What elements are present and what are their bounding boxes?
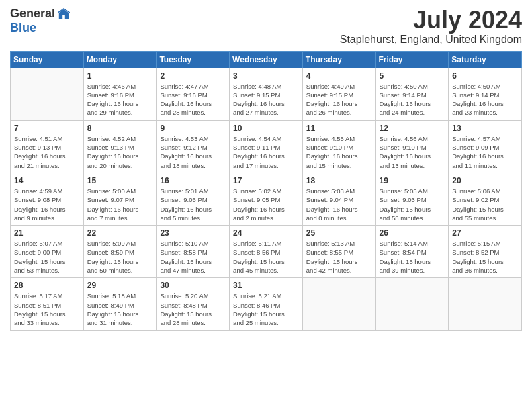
- logo: General Blue: [10, 7, 70, 35]
- day-info: Sunrise: 4:47 AM Sunset: 9:16 PM Dayligh…: [160, 82, 226, 118]
- page: General Blue July 2024 Staplehurst, Engl…: [0, 0, 532, 411]
- calendar-cell: 11Sunrise: 4:55 AM Sunset: 9:10 PM Dayli…: [302, 120, 375, 173]
- location-title: Staplehurst, England, United Kingdom: [340, 34, 522, 46]
- day-number: 17: [233, 176, 299, 185]
- calendar-cell: 20Sunrise: 5:06 AM Sunset: 9:02 PM Dayli…: [449, 173, 522, 225]
- day-number: 23: [160, 228, 226, 238]
- day-number: 14: [14, 176, 80, 185]
- day-number: 7: [14, 124, 80, 133]
- day-info: Sunrise: 4:55 AM Sunset: 9:10 PM Dayligh…: [306, 134, 372, 170]
- logo-icon: [58, 8, 70, 20]
- day-number: 29: [87, 281, 153, 290]
- day-number: 4: [306, 71, 372, 81]
- day-info: Sunrise: 5:17 AM Sunset: 8:51 PM Dayligh…: [14, 291, 80, 327]
- day-number: 28: [14, 281, 80, 290]
- weekday-header-monday: Monday: [83, 51, 157, 68]
- weekday-header-row: SundayMondayTuesdayWednesdayThursdayFrid…: [11, 51, 522, 68]
- day-number: 5: [380, 71, 445, 81]
- calendar-cell: 17Sunrise: 5:02 AM Sunset: 9:05 PM Dayli…: [230, 173, 303, 225]
- day-number: 13: [452, 124, 518, 133]
- day-number: 8: [87, 124, 153, 133]
- day-number: 18: [306, 176, 372, 185]
- day-info: Sunrise: 4:57 AM Sunset: 9:09 PM Dayligh…: [452, 134, 518, 170]
- month-title: July 2024: [340, 7, 522, 34]
- calendar-cell: 31Sunrise: 5:21 AM Sunset: 8:46 PM Dayli…: [230, 278, 303, 330]
- day-info: Sunrise: 4:48 AM Sunset: 9:15 PM Dayligh…: [233, 82, 299, 118]
- calendar-cell: 14Sunrise: 4:59 AM Sunset: 9:08 PM Dayli…: [11, 173, 84, 225]
- day-number: 2: [160, 71, 226, 81]
- calendar-cell: 8Sunrise: 4:52 AM Sunset: 9:13 PM Daylig…: [83, 120, 157, 173]
- day-info: Sunrise: 5:10 AM Sunset: 8:58 PM Dayligh…: [160, 239, 226, 275]
- calendar-cell: 7Sunrise: 4:51 AM Sunset: 9:13 PM Daylig…: [11, 120, 84, 173]
- calendar-cell: 26Sunrise: 5:14 AM Sunset: 8:54 PM Dayli…: [375, 226, 449, 278]
- calendar-cell: 23Sunrise: 5:10 AM Sunset: 8:58 PM Dayli…: [157, 226, 230, 278]
- header: General Blue July 2024 Staplehurst, Engl…: [10, 7, 522, 46]
- day-info: Sunrise: 4:51 AM Sunset: 9:13 PM Dayligh…: [14, 134, 80, 170]
- calendar-cell: [449, 278, 522, 330]
- day-info: Sunrise: 5:18 AM Sunset: 8:49 PM Dayligh…: [87, 291, 153, 327]
- day-info: Sunrise: 4:59 AM Sunset: 9:08 PM Dayligh…: [14, 187, 80, 222]
- day-info: Sunrise: 5:01 AM Sunset: 9:06 PM Dayligh…: [160, 187, 226, 222]
- title-block: July 2024 Staplehurst, England, United K…: [340, 7, 522, 46]
- calendar-cell: 29Sunrise: 5:18 AM Sunset: 8:49 PM Dayli…: [83, 278, 157, 330]
- weekday-header-friday: Friday: [375, 51, 449, 68]
- calendar-cell: 4Sunrise: 4:49 AM Sunset: 9:15 PM Daylig…: [302, 68, 375, 120]
- calendar-cell: 6Sunrise: 4:50 AM Sunset: 9:14 PM Daylig…: [449, 68, 522, 120]
- day-number: 27: [452, 228, 518, 238]
- day-number: 21: [14, 228, 80, 238]
- calendar-cell: 24Sunrise: 5:11 AM Sunset: 8:56 PM Dayli…: [230, 226, 303, 278]
- calendar-table: SundayMondayTuesdayWednesdayThursdayFrid…: [10, 51, 522, 331]
- day-info: Sunrise: 5:02 AM Sunset: 9:05 PM Dayligh…: [233, 187, 299, 222]
- day-info: Sunrise: 5:21 AM Sunset: 8:46 PM Dayligh…: [233, 291, 299, 327]
- calendar-week-row: 14Sunrise: 4:59 AM Sunset: 9:08 PM Dayli…: [11, 173, 522, 225]
- weekday-header-wednesday: Wednesday: [230, 51, 303, 68]
- day-number: 25: [306, 228, 372, 238]
- day-number: 6: [452, 71, 518, 81]
- weekday-header-sunday: Sunday: [11, 51, 84, 68]
- calendar-cell: 19Sunrise: 5:05 AM Sunset: 9:03 PM Dayli…: [375, 173, 449, 225]
- calendar-cell: 15Sunrise: 5:00 AM Sunset: 9:07 PM Dayli…: [83, 173, 157, 225]
- calendar-cell: 10Sunrise: 4:54 AM Sunset: 9:11 PM Dayli…: [230, 120, 303, 173]
- calendar-cell: 27Sunrise: 5:15 AM Sunset: 8:52 PM Dayli…: [449, 226, 522, 278]
- calendar-cell: 22Sunrise: 5:09 AM Sunset: 8:59 PM Dayli…: [83, 226, 157, 278]
- day-number: 19: [380, 176, 445, 185]
- day-info: Sunrise: 5:20 AM Sunset: 8:48 PM Dayligh…: [160, 291, 226, 327]
- day-number: 22: [87, 228, 153, 238]
- day-number: 10: [233, 124, 299, 133]
- day-number: 26: [380, 228, 445, 238]
- day-info: Sunrise: 4:53 AM Sunset: 9:12 PM Dayligh…: [160, 134, 226, 170]
- day-info: Sunrise: 5:07 AM Sunset: 9:00 PM Dayligh…: [14, 239, 80, 275]
- day-info: Sunrise: 4:56 AM Sunset: 9:10 PM Dayligh…: [380, 134, 445, 170]
- day-info: Sunrise: 5:11 AM Sunset: 8:56 PM Dayligh…: [233, 239, 299, 275]
- day-number: 15: [87, 176, 153, 185]
- day-info: Sunrise: 5:13 AM Sunset: 8:55 PM Dayligh…: [306, 239, 372, 275]
- day-info: Sunrise: 4:54 AM Sunset: 9:11 PM Dayligh…: [233, 134, 299, 170]
- calendar-week-row: 7Sunrise: 4:51 AM Sunset: 9:13 PM Daylig…: [11, 120, 522, 173]
- calendar-cell: 21Sunrise: 5:07 AM Sunset: 9:00 PM Dayli…: [11, 226, 84, 278]
- calendar-cell: 13Sunrise: 4:57 AM Sunset: 9:09 PM Dayli…: [449, 120, 522, 173]
- calendar-cell: [302, 278, 375, 330]
- day-info: Sunrise: 5:05 AM Sunset: 9:03 PM Dayligh…: [380, 187, 445, 222]
- day-info: Sunrise: 5:15 AM Sunset: 8:52 PM Dayligh…: [452, 239, 518, 275]
- weekday-header-tuesday: Tuesday: [157, 51, 230, 68]
- calendar-cell: 9Sunrise: 4:53 AM Sunset: 9:12 PM Daylig…: [157, 120, 230, 173]
- day-info: Sunrise: 4:49 AM Sunset: 9:15 PM Dayligh…: [306, 82, 372, 118]
- day-info: Sunrise: 5:03 AM Sunset: 9:04 PM Dayligh…: [306, 187, 372, 222]
- day-number: 20: [452, 176, 518, 185]
- day-number: 11: [306, 124, 372, 133]
- day-number: 1: [87, 71, 153, 81]
- day-info: Sunrise: 5:14 AM Sunset: 8:54 PM Dayligh…: [380, 239, 445, 275]
- day-number: 31: [233, 281, 299, 290]
- logo-general: General: [10, 7, 55, 21]
- day-info: Sunrise: 5:06 AM Sunset: 9:02 PM Dayligh…: [452, 187, 518, 222]
- weekday-header-thursday: Thursday: [302, 51, 375, 68]
- calendar-cell: [11, 68, 84, 120]
- day-info: Sunrise: 4:46 AM Sunset: 9:16 PM Dayligh…: [87, 82, 153, 118]
- calendar-week-row: 28Sunrise: 5:17 AM Sunset: 8:51 PM Dayli…: [11, 278, 522, 330]
- day-number: 12: [380, 124, 445, 133]
- day-info: Sunrise: 4:50 AM Sunset: 9:14 PM Dayligh…: [380, 82, 445, 118]
- calendar-cell: [375, 278, 449, 330]
- calendar-cell: 1Sunrise: 4:46 AM Sunset: 9:16 PM Daylig…: [83, 68, 157, 120]
- calendar-week-row: 21Sunrise: 5:07 AM Sunset: 9:00 PM Dayli…: [11, 226, 522, 278]
- logo-blue: Blue: [10, 21, 36, 35]
